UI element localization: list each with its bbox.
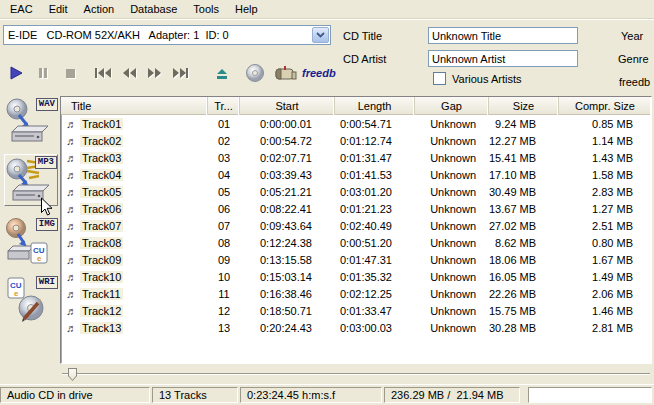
freedb-toolbar-label[interactable]: freedb — [302, 67, 336, 79]
track-number: 04 — [208, 169, 240, 181]
table-row[interactable]: ♬ Track13 13 0:20:24.43 0:03:00.03 Unkno… — [61, 319, 651, 336]
track-title[interactable]: Track09 — [80, 254, 123, 266]
track-title[interactable]: Track07 — [80, 220, 123, 232]
table-row[interactable]: ♬ Track01 01 0:00:00.01 0:00:54.71 Unkno… — [61, 115, 651, 132]
table-row[interactable]: ♬ Track08 08 0:12:24.38 0:00:51.20 Unkno… — [61, 234, 651, 251]
track-title[interactable]: Track12 — [80, 305, 123, 317]
table-row[interactable]: ♬ Track05 05 0:05:21.21 0:03:01.20 Unkno… — [61, 183, 651, 200]
mailbox-icon — [273, 63, 299, 83]
column-header-length[interactable]: Length — [335, 97, 415, 115]
track-length: 0:01:47.31 — [335, 254, 415, 266]
track-gap: Unknown — [415, 322, 489, 334]
column-header-start[interactable]: Start — [240, 97, 335, 115]
track-compr-size: 2.83 MB — [559, 186, 651, 198]
track-title[interactable]: Track01 — [80, 118, 123, 130]
column-header-title[interactable]: Title — [61, 97, 208, 115]
playback-position-slider[interactable] — [62, 367, 650, 381]
chevron-down-icon[interactable] — [312, 27, 329, 43]
track-gap: Unknown — [415, 237, 489, 249]
track-length: 0:02:40.49 — [335, 220, 415, 232]
track-title[interactable]: Track02 — [80, 135, 123, 147]
track-number: 11 — [208, 288, 240, 300]
track-length: 0:01:12.74 — [335, 135, 415, 147]
track-compr-size: 1.67 MB — [559, 254, 651, 266]
skip-to-end-button[interactable] — [169, 61, 193, 85]
track-title[interactable]: Track03 — [80, 152, 123, 164]
cd-title-label: CD Title — [343, 30, 382, 42]
track-length: 0:01:35.32 — [335, 271, 415, 283]
menu-eac[interactable]: EAC — [2, 1, 41, 17]
rewind-button[interactable] — [117, 61, 141, 85]
eject-button[interactable] — [210, 61, 234, 85]
track-list[interactable]: Title Tr... Start Length Gap Size Compr.… — [60, 96, 652, 364]
play-button[interactable] — [4, 61, 28, 85]
track-number: 05 — [208, 186, 240, 198]
track-title[interactable]: Track06 — [80, 203, 123, 215]
track-title[interactable]: Track08 — [80, 237, 123, 249]
table-row[interactable]: ♬ Track11 11 0:16:38.46 0:02:12.25 Unkno… — [61, 285, 651, 302]
track-start: 0:00:54.72 — [240, 135, 335, 147]
track-gap: Unknown — [415, 152, 489, 164]
track-gap: Unknown — [415, 220, 489, 232]
table-row[interactable]: ♬ Track12 12 0:18:50.71 0:01:33.47 Unkno… — [61, 302, 651, 319]
music-note-icon: ♬ — [66, 152, 77, 164]
column-header-compr-size[interactable]: Compr. Size — [559, 97, 651, 115]
track-length: 0:02:12.25 — [335, 288, 415, 300]
pause-button[interactable] — [31, 61, 55, 85]
track-start: 0:03:39.43 — [240, 169, 335, 181]
stop-button[interactable] — [58, 61, 82, 85]
column-header-size[interactable]: Size — [489, 97, 559, 115]
skip-to-start-button[interactable] — [91, 61, 115, 85]
track-title[interactable]: Track05 — [80, 186, 123, 198]
track-compr-size: 2.51 MB — [559, 220, 651, 232]
freedb-mailbox-button[interactable] — [272, 61, 300, 85]
eject-icon — [215, 66, 229, 80]
table-row[interactable]: ♬ Track10 10 0:15:03.14 0:01:35.32 Unkno… — [61, 268, 651, 285]
menu-tools[interactable]: Tools — [185, 1, 227, 17]
menu-edit[interactable]: Edit — [41, 1, 76, 17]
drive-select-value: E-IDE CD-ROM 52X/AKH Adapter: 1 ID: 0 — [4, 29, 312, 41]
table-row[interactable]: ♬ Track04 04 0:03:39.43 0:01:41.53 Unkno… — [61, 166, 651, 183]
track-title[interactable]: Track13 — [80, 322, 123, 334]
music-note-icon: ♬ — [66, 254, 77, 266]
status-track-count: 13 Tracks — [152, 387, 238, 403]
table-row[interactable]: ♬ Track02 02 0:00:54.72 0:01:12.74 Unkno… — [61, 132, 651, 149]
music-note-icon: ♬ — [66, 322, 77, 334]
column-header-track[interactable]: Tr... — [208, 97, 240, 115]
table-row[interactable]: ♬ Track07 07 0:09:43.64 0:02:40.49 Unkno… — [61, 217, 651, 234]
track-start: 0:16:38.46 — [240, 288, 335, 300]
track-title[interactable]: Track04 — [80, 169, 123, 181]
track-gap: Unknown — [415, 305, 489, 317]
cd-button[interactable] — [243, 61, 267, 85]
track-compr-size: 1.58 MB — [559, 169, 651, 181]
menu-database[interactable]: Database — [122, 1, 185, 17]
stop-icon — [63, 66, 77, 80]
wri-badge: WRI — [36, 276, 58, 289]
track-number: 02 — [208, 135, 240, 147]
status-total-time: 0:23:24.45 h:m:s.f — [240, 387, 382, 403]
track-title[interactable]: Track10 — [80, 271, 123, 283]
drive-select[interactable]: E-IDE CD-ROM 52X/AKH Adapter: 1 ID: 0 — [3, 25, 331, 45]
cd-artist-input[interactable] — [428, 50, 578, 67]
img-extract-button[interactable]: CU e IMG — [4, 217, 58, 269]
track-rows: ♬ Track01 01 0:00:00.01 0:00:54.71 Unkno… — [61, 115, 651, 336]
table-row[interactable]: ♬ Track09 09 0:13:15.58 0:01:47.31 Unkno… — [61, 251, 651, 268]
track-number: 01 — [208, 118, 240, 130]
menu-action[interactable]: Action — [76, 1, 123, 17]
wri-write-button[interactable]: CU e WRI — [4, 275, 58, 327]
fast-forward-icon — [146, 66, 164, 80]
track-title[interactable]: Track11 — [80, 288, 123, 300]
wav-extract-button[interactable]: WAV — [4, 97, 58, 149]
track-list-header: Title Tr... Start Length Gap Size Compr.… — [61, 97, 651, 115]
slider-thumb[interactable] — [68, 368, 77, 381]
column-header-gap[interactable]: Gap — [415, 97, 489, 115]
cd-artist-label: CD Artist — [343, 53, 386, 65]
fast-forward-button[interactable] — [143, 61, 167, 85]
menu-help[interactable]: Help — [227, 1, 266, 17]
table-row[interactable]: ♬ Track03 03 0:02:07.71 0:01:31.47 Unkno… — [61, 149, 651, 166]
cd-title-input[interactable] — [428, 27, 578, 44]
track-size: 18.06 MB — [489, 254, 559, 266]
table-row[interactable]: ♬ Track06 06 0:08:22.41 0:01:21.23 Unkno… — [61, 200, 651, 217]
various-artists-checkbox[interactable] — [433, 72, 446, 85]
track-start: 0:05:21.21 — [240, 186, 335, 198]
